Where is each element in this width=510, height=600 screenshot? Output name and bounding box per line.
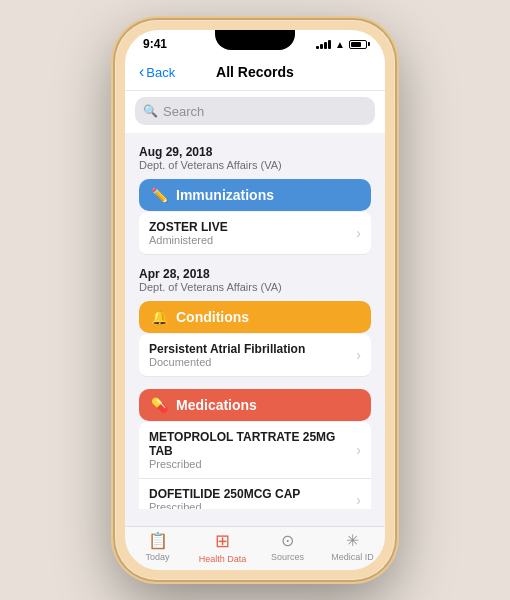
section-medications-header [125, 377, 385, 385]
item-name: Persistent Atrial Fibrillation [149, 342, 305, 356]
item-name: DOFETILIDE 250MCG CAP [149, 487, 300, 501]
section-immunizations-header: Aug 29, 2018 Dept. of Veterans Affairs (… [125, 133, 385, 175]
list-item[interactable]: ZOSTER LIVE Administered › [139, 212, 371, 255]
search-placeholder: Search [163, 104, 204, 119]
conditions-label: Conditions [176, 309, 249, 325]
chevron-right-icon: › [356, 442, 361, 458]
item-sub: Documented [149, 356, 305, 368]
phone-frame: 9:41 ▲ ‹ Back All [115, 20, 395, 580]
chevron-right-icon: › [356, 492, 361, 508]
medical-id-icon: ✳ [346, 531, 359, 550]
section-dept-2: Dept. of Veterans Affairs (VA) [139, 281, 371, 293]
tab-bar: 📋 Today ⊞ Health Data ⊙ Sources ✳ Medica… [125, 526, 385, 570]
search-bar[interactable]: 🔍 Search [135, 97, 375, 125]
sources-icon: ⊙ [281, 531, 294, 550]
signal-bars-icon [316, 39, 331, 49]
section-dept-1: Dept. of Veterans Affairs (VA) [139, 159, 371, 171]
conditions-icon: 🔔 [151, 309, 168, 325]
back-button[interactable]: ‹ Back [139, 65, 175, 80]
item-sub: Prescribed [149, 501, 300, 509]
phone-screen: 9:41 ▲ ‹ Back All [125, 30, 385, 570]
list-item[interactable]: DOFETILIDE 250MCG CAP Prescribed › [139, 479, 371, 509]
medications-banner[interactable]: 💊 Medications [139, 389, 371, 421]
tab-sources[interactable]: ⊙ Sources [255, 531, 320, 562]
chevron-right-icon: › [356, 347, 361, 363]
notch [215, 30, 295, 50]
medications-label: Medications [176, 397, 257, 413]
tab-health-data-label: Health Data [199, 554, 247, 564]
tab-today[interactable]: 📋 Today [125, 531, 190, 562]
section-date-2: Apr 28, 2018 [139, 267, 371, 281]
status-icons: ▲ [316, 39, 367, 50]
search-container: 🔍 Search [125, 91, 385, 133]
item-name: METOPROLOL TARTRATE 25MG TAB [149, 430, 356, 458]
back-chevron-icon: ‹ [139, 64, 144, 80]
immunizations-icon: ✏️ [151, 187, 168, 203]
conditions-banner[interactable]: 🔔 Conditions [139, 301, 371, 333]
tab-health-data[interactable]: ⊞ Health Data [190, 530, 255, 564]
item-sub: Prescribed [149, 458, 356, 470]
nav-title: All Records [216, 64, 294, 80]
battery-icon [349, 40, 367, 49]
list-item[interactable]: METOPROLOL TARTRATE 25MG TAB Prescribed … [139, 422, 371, 479]
immunizations-label: Immunizations [176, 187, 274, 203]
nav-top: ‹ Back All Records [139, 64, 371, 80]
section-conditions-header: Apr 28, 2018 Dept. of Veterans Affairs (… [125, 255, 385, 297]
chevron-right-icon: › [356, 225, 361, 241]
tab-medical-id-label: Medical ID [331, 552, 374, 562]
health-data-icon: ⊞ [215, 530, 230, 552]
status-time: 9:41 [143, 37, 167, 51]
immunizations-banner[interactable]: ✏️ Immunizations [139, 179, 371, 211]
medications-icon: 💊 [151, 397, 168, 413]
item-name: ZOSTER LIVE [149, 220, 228, 234]
back-label: Back [146, 65, 175, 80]
today-icon: 📋 [148, 531, 168, 550]
wifi-icon: ▲ [335, 39, 345, 50]
item-sub: Administered [149, 234, 228, 246]
list-item[interactable]: Persistent Atrial Fibrillation Documente… [139, 334, 371, 377]
scroll-content[interactable]: Aug 29, 2018 Dept. of Veterans Affairs (… [125, 133, 385, 509]
tab-sources-label: Sources [271, 552, 304, 562]
tab-medical-id[interactable]: ✳ Medical ID [320, 531, 385, 562]
search-icon: 🔍 [143, 104, 158, 118]
section-date-1: Aug 29, 2018 [139, 145, 371, 159]
nav-bar: ‹ Back All Records [125, 58, 385, 91]
tab-today-label: Today [145, 552, 169, 562]
